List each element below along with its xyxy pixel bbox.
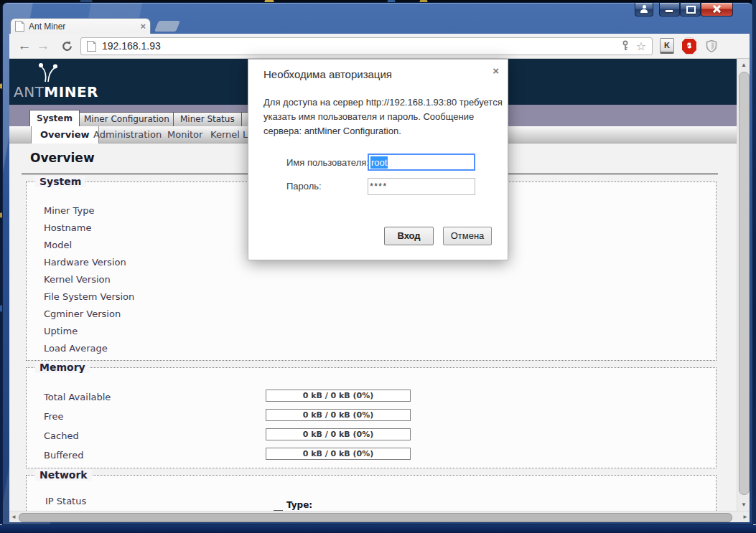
password-field[interactable]: **** bbox=[368, 178, 475, 195]
close-window-button[interactable] bbox=[701, 3, 733, 16]
ant-antennae-icon bbox=[37, 61, 58, 82]
dialog-close-icon[interactable]: × bbox=[493, 65, 499, 77]
minimize-icon bbox=[666, 10, 673, 12]
antminer-logo: ANTMINER bbox=[14, 83, 98, 100]
person-icon bbox=[640, 5, 648, 12]
system-item: Load Average bbox=[44, 343, 108, 354]
tab-miner-status[interactable]: Miner Status bbox=[173, 112, 242, 126]
forward-button[interactable]: → bbox=[34, 37, 52, 55]
scroll-left-icon[interactable]: ◄ bbox=[9, 511, 18, 523]
new-tab-button[interactable] bbox=[154, 21, 180, 32]
system-section-title: System bbox=[35, 176, 85, 187]
dialog-body-text: Для доступа на сервер http://192.168.1.9… bbox=[263, 95, 503, 138]
vertical-scroll-thumb[interactable] bbox=[739, 72, 750, 495]
desktop-bottom-strip bbox=[0, 524, 756, 533]
dialog-title: Необходима авторизация bbox=[263, 68, 392, 80]
login-button[interactable]: Вход bbox=[384, 227, 434, 245]
subtab-overview[interactable]: Overview bbox=[31, 126, 99, 143]
network-section-title: Network bbox=[35, 469, 92, 481]
k-extension-icon: K bbox=[660, 38, 674, 54]
reload-icon bbox=[61, 40, 73, 52]
tab-system[interactable]: System bbox=[29, 110, 80, 126]
memory-progress-bar: 0 kB / 0 kB (0%) bbox=[266, 428, 411, 440]
page-title: Overview bbox=[30, 151, 95, 165]
password-label: Пароль: bbox=[286, 181, 322, 192]
shield-extension-button[interactable] bbox=[704, 38, 719, 54]
memory-row-label: Cached bbox=[44, 430, 79, 441]
memory-row-label: Free bbox=[44, 411, 64, 422]
menu-button[interactable] bbox=[726, 41, 739, 51]
scroll-up-icon[interactable]: ▲ bbox=[737, 59, 750, 71]
stop-hand-icon bbox=[681, 38, 697, 55]
desktop: Ant Miner × ← → 192.168.1.93 bbox=[0, 0, 756, 533]
system-item: Kernel Version bbox=[44, 274, 111, 285]
subtab-monitor[interactable]: Monitor bbox=[167, 126, 202, 143]
scroll-down-icon[interactable]: ▼ bbox=[737, 499, 750, 511]
vertical-scrollbar[interactable]: ▲ ▼ bbox=[737, 59, 750, 511]
adblock-extension-button[interactable] bbox=[681, 38, 697, 54]
page-favicon-icon bbox=[15, 21, 24, 32]
system-item: Uptime bbox=[44, 326, 78, 336]
maximize-button[interactable] bbox=[680, 3, 701, 16]
back-button[interactable]: ← bbox=[15, 37, 34, 55]
tab-title: Ant Miner bbox=[29, 22, 140, 32]
tab-miner-configuration[interactable]: Miner Configuration bbox=[77, 112, 177, 126]
system-item: Model bbox=[44, 240, 72, 250]
memory-section-title: Memory bbox=[35, 362, 90, 373]
keyboard-extension-button[interactable]: K bbox=[659, 38, 675, 54]
horizontal-scrollbar[interactable]: ◄ ► bbox=[9, 511, 750, 522]
reload-button[interactable] bbox=[59, 38, 75, 54]
subtab-administration[interactable]: Administration bbox=[93, 126, 162, 143]
system-item: Cgminer Version bbox=[44, 308, 121, 319]
address-bar[interactable]: 192.168.1.93 ☆ bbox=[80, 37, 653, 55]
auth-dialog: Необходима авторизация × Для доступа на … bbox=[248, 59, 508, 260]
memory-progress-bar: 0 kB / 0 kB (0%) bbox=[266, 409, 411, 421]
maximize-icon bbox=[686, 6, 696, 14]
username-field[interactable]: root bbox=[368, 154, 475, 171]
type-label: Type: bbox=[286, 500, 312, 510]
shield-icon bbox=[705, 39, 718, 53]
memory-row-label: Total Available bbox=[44, 392, 111, 402]
memory-section: Memory Total Available 0 kB / 0 kB (0%) … bbox=[26, 367, 717, 468]
system-item: Hostname bbox=[44, 222, 91, 233]
memory-progress-bar: 0 kB / 0 kB (0%) bbox=[266, 390, 411, 402]
tab-close-icon[interactable]: × bbox=[140, 22, 146, 31]
browser-toolbar: ← → 192.168.1.93 ☆ bbox=[9, 34, 750, 59]
browser-tab[interactable]: Ant Miner × bbox=[10, 18, 151, 34]
minimize-button[interactable] bbox=[659, 3, 680, 16]
horizontal-scroll-thumb[interactable] bbox=[19, 513, 732, 522]
username-value: root bbox=[370, 156, 388, 169]
cancel-button[interactable]: Отмена bbox=[443, 227, 492, 245]
system-item: Miner Type bbox=[44, 205, 94, 216]
bookmark-star-icon[interactable]: ☆ bbox=[636, 39, 646, 53]
url-text[interactable]: 192.168.1.93 bbox=[102, 40, 620, 52]
system-item: File System Version bbox=[44, 291, 134, 302]
logo-miner: MINER bbox=[44, 83, 98, 100]
memory-row-label: Buffered bbox=[44, 450, 83, 461]
profile-button[interactable] bbox=[635, 3, 653, 16]
scroll-right-icon[interactable]: ► bbox=[741, 511, 750, 523]
logo-ant: ANT bbox=[14, 83, 44, 100]
memory-progress-bar: 0 kB / 0 kB (0%) bbox=[266, 448, 411, 460]
ip-status-label: IP Status bbox=[45, 496, 86, 506]
username-label: Имя пользователя: bbox=[286, 157, 369, 168]
network-section: Network IP Status Type: bbox=[26, 475, 717, 511]
document-icon bbox=[87, 41, 96, 52]
system-item: Hardware Version bbox=[44, 257, 126, 268]
close-icon bbox=[713, 5, 721, 13]
key-icon[interactable] bbox=[620, 40, 630, 52]
window-caption-buttons bbox=[635, 3, 733, 16]
